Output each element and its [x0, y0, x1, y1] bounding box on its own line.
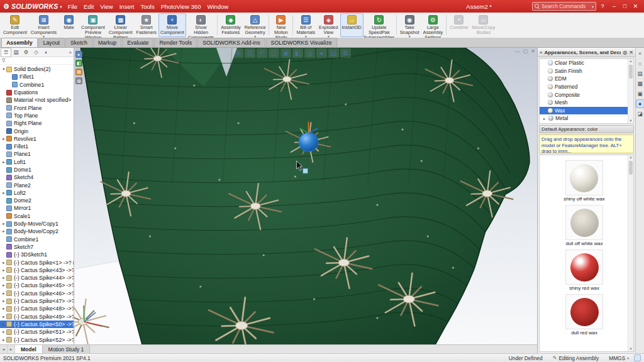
ribbon-exploded-view[interactable]: ◈Exploded View▾: [317, 13, 340, 37]
ribbon-linear-component-pattern[interactable]: ▦Linear Component Pattern▾: [107, 13, 135, 37]
expander-icon[interactable]: ▸: [1, 190, 6, 195]
tree-item[interactable]: Top Plane: [0, 112, 74, 119]
appearance-category-satin-finish[interactable]: Satin Finish: [540, 67, 628, 75]
viewport-minimize-icon[interactable]: —: [515, 48, 520, 54]
maximize-icon[interactable]: □: [619, 3, 630, 9]
ribbon-instant3d[interactable]: →Instant3D: [340, 13, 364, 37]
ribbon-mate[interactable]: ◉Mate: [58, 13, 79, 37]
expander-icon[interactable]: ▸: [1, 299, 6, 304]
tree-item[interactable]: Fillet1: [0, 73, 74, 80]
scroll-thumb[interactable]: [629, 161, 633, 175]
menu-insert[interactable]: Insert: [116, 2, 138, 11]
expander-icon[interactable]: ▸: [1, 221, 6, 226]
dropdown-arrow-icon[interactable]: ▾: [409, 35, 411, 38]
ribbon-reference-geometry[interactable]: △Reference Geometry▾: [243, 13, 268, 37]
dropdown-arrow-icon[interactable]: ▾: [328, 35, 330, 38]
tree-item[interactable]: Combine1: [0, 81, 74, 89]
tree-item[interactable]: Dome1: [0, 166, 74, 173]
tree-item[interactable]: ▾Solid Bodies(2): [0, 65, 74, 73]
expander-icon[interactable]: ▸: [1, 136, 6, 141]
ribbon-move-component[interactable]: +Move Component: [158, 13, 186, 37]
menu-view[interactable]: View: [97, 2, 116, 11]
ribbon-bill-of-materials[interactable]: ☰Bill of Materials▾: [294, 13, 317, 37]
expander-icon[interactable]: ▸: [1, 260, 6, 265]
tree-item[interactable]: Mirror1: [0, 204, 74, 212]
tree-item[interactable]: Origin: [0, 127, 74, 134]
appearance-category-wax[interactable]: Wax: [540, 107, 628, 115]
expander-icon[interactable]: ▸: [1, 268, 6, 273]
viewport-close-icon[interactable]: ✕: [531, 48, 535, 54]
expander-icon[interactable]: ▸: [1, 275, 6, 280]
expander-icon[interactable]: ▸: [1, 229, 6, 234]
scroll-down-icon[interactable]: ▼: [629, 119, 632, 123]
chevron-down-icon[interactable]: ▾: [627, 356, 629, 360]
tree-item[interactable]: ▸(-) Cactus Spike<46> ->? (Def...: [0, 290, 74, 297]
appearance-swatch-dull-off-white-wax[interactable]: dull off white wax: [565, 205, 603, 246]
splitter-left-icon[interactable]: ◂: [0, 345, 8, 353]
vertical-scrollbar[interactable]: ▲▼: [628, 155, 633, 351]
scroll-up-icon[interactable]: ▲: [629, 59, 632, 63]
tab-model[interactable]: Model: [15, 345, 43, 353]
tree-item[interactable]: ▸(-) Cactus Spike<44> ->? (Def...: [0, 274, 74, 282]
tree-item[interactable]: Equations: [0, 89, 74, 96]
tab-evaluate[interactable]: Evaluate: [122, 38, 153, 47]
appearance-category-composite[interactable]: Composite: [540, 90, 628, 99]
ribbon-component-preview-window[interactable]: ▣Component Preview Window: [79, 13, 107, 37]
tree-item[interactable]: ▸(-) Cactus Spike<48> ->? (Def...: [0, 305, 74, 312]
appearances-icon[interactable]: ●: [636, 100, 644, 107]
tree-item[interactable]: Plane2: [0, 181, 74, 189]
logo-caret-icon[interactable]: ▾: [60, 4, 62, 9]
tree-item[interactable]: ▸Body-Move/Copy2: [0, 228, 74, 235]
configuration-manager-icon[interactable]: ⚙: [21, 48, 31, 57]
collapse-icon[interactable]: «: [636, 50, 644, 57]
view-palette-icon[interactable]: ▣: [636, 90, 644, 97]
tree-item[interactable]: ▸(-) Cactus Spike<52> ->? (Def...: [0, 336, 74, 343]
command-search[interactable]: Search Commands ▾: [532, 2, 596, 11]
dropdown-arrow-icon[interactable]: ▾: [254, 35, 256, 38]
tab-motion-study-1[interactable]: Motion Study 1: [43, 345, 91, 353]
ribbon-take-snapshot[interactable]: ◉Take Snapshot▾: [398, 13, 421, 37]
tree-item[interactable]: Scale1: [0, 212, 74, 220]
tab-solidworks-visualize[interactable]: SOLIDWORKS Visualize: [266, 38, 337, 47]
expander-icon[interactable]: ▾: [1, 67, 6, 72]
scroll-track[interactable]: [628, 160, 633, 347]
tree-item[interactable]: Material <not specified>: [0, 96, 74, 104]
design-library-icon[interactable]: ▤: [636, 70, 644, 77]
3d-scene[interactable]: [74, 48, 537, 344]
tree-filter[interactable]: ∇: [0, 57, 74, 65]
minimize-icon[interactable]: –: [609, 3, 619, 9]
tree-item[interactable]: Sketch4: [0, 173, 74, 181]
zoom-to-area-icon[interactable]: ⊡: [245, 48, 255, 58]
expander-icon[interactable]: ▸: [1, 337, 6, 343]
scroll-up-icon[interactable]: ▲: [629, 155, 632, 160]
expander-icon[interactable]: ▸: [1, 329, 6, 334]
ribbon-smart-fasteners[interactable]: ★Smart Fasteners: [135, 13, 158, 37]
tab-assembly[interactable]: Assembly: [1, 38, 38, 47]
appearance-swatch-dull-red-wax[interactable]: dull red wax: [565, 294, 603, 336]
tab-markup[interactable]: Markup: [93, 38, 121, 47]
appearance-category-patterned[interactable]: Patterned: [540, 83, 628, 91]
menu-window[interactable]: Window: [204, 2, 231, 11]
tree-item[interactable]: ▸Loft1: [0, 158, 74, 166]
expander-icon[interactable]: ▸: [1, 322, 6, 327]
expander-icon[interactable]: ▸: [1, 283, 6, 288]
chevron-left-icon[interactable]: «: [540, 50, 542, 55]
previous-view-icon[interactable]: ↶: [257, 48, 267, 58]
ribbon-insert-components[interactable]: ⊞Insert Components▾: [29, 13, 58, 37]
tree-item[interactable]: Front Plane: [0, 104, 74, 111]
tree-item[interactable]: ▸(-) Cactus Spike<47> ->? (Def...: [0, 297, 74, 305]
splitter-right-icon[interactable]: ▸: [8, 345, 15, 353]
display-style-icon[interactable]: ◧: [292, 48, 303, 58]
menu-photoview-360[interactable]: PhotoView 360: [158, 2, 204, 11]
ribbon-edit-component[interactable]: ✎Edit Component: [1, 13, 29, 37]
expander-icon[interactable]: ▸: [542, 116, 547, 121]
display-pane-icon[interactable]: ◧: [75, 60, 82, 67]
status-tag-icon[interactable]: [634, 354, 641, 361]
feature-tree-icon[interactable]: ☰: [1, 48, 11, 57]
file-explorer-icon[interactable]: ▦: [636, 80, 644, 87]
hide-show-items-icon[interactable]: ◎: [304, 48, 315, 58]
tree-item[interactable]: ▸(-) Cactus Spike<50> ->? (Def...: [0, 321, 74, 328]
tree-item[interactable]: (-) 3DSketch1: [0, 251, 74, 258]
tab-layout[interactable]: Layout: [38, 38, 65, 47]
menu-file[interactable]: File: [65, 2, 80, 11]
